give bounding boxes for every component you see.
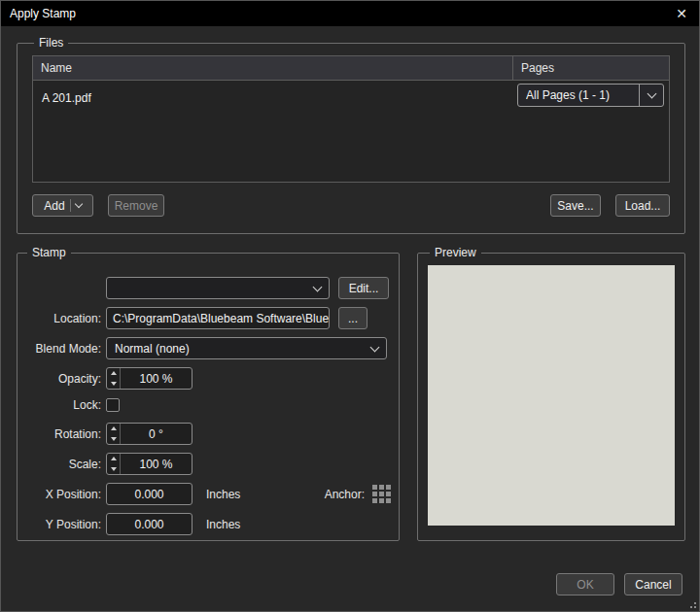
anchor-cell[interactable] xyxy=(379,492,384,496)
anchor-cell[interactable] xyxy=(379,485,384,490)
opacity-stepper[interactable]: 100 % xyxy=(106,367,192,390)
spin-down-icon[interactable] xyxy=(107,434,120,445)
close-icon[interactable]: ✕ xyxy=(664,6,699,21)
browse-button[interactable]: ... xyxy=(338,307,368,329)
add-button[interactable]: Add xyxy=(32,194,93,217)
column-header-name[interactable]: Name xyxy=(33,56,513,80)
scale-row: Scale: 100 % xyxy=(25,453,391,475)
spin-arrows xyxy=(107,368,121,389)
preview-area xyxy=(428,265,675,526)
resize-grip[interactable] xyxy=(687,599,697,609)
table-header: Name Pages xyxy=(33,56,669,81)
scale-stepper[interactable]: 100 % xyxy=(106,453,192,475)
preview-group-label: Preview xyxy=(430,246,481,259)
spin-up-icon[interactable] xyxy=(107,424,120,434)
stamp-select-row: Edit... xyxy=(25,277,391,299)
x-position-value: 0.000 xyxy=(134,488,163,501)
spin-down-icon[interactable] xyxy=(107,379,120,390)
chevron-down-icon xyxy=(74,200,82,208)
cancel-button[interactable]: Cancel xyxy=(624,573,682,595)
x-position-input[interactable]: 0.000 xyxy=(106,483,192,505)
edit-button[interactable]: Edit... xyxy=(338,277,389,299)
y-position-value: 0.000 xyxy=(134,518,163,531)
y-position-label: Y Position: xyxy=(25,518,101,531)
pages-cell: All Pages (1 - 1) xyxy=(513,81,669,107)
apply-stamp-dialog: Apply Stamp ✕ Files Name Pages A 201.pdf… xyxy=(0,0,700,612)
dialog-title: Apply Stamp xyxy=(1,7,664,20)
files-toolbar: Add Remove Save... Load... xyxy=(32,194,670,217)
stamp-group: Stamp Edit... Location: C:\ProgramData\B… xyxy=(17,246,400,541)
titlebar[interactable]: Apply Stamp ✕ xyxy=(1,1,699,26)
stamp-select[interactable] xyxy=(106,277,330,299)
scale-label: Scale: xyxy=(25,458,101,471)
x-units-label: Inches xyxy=(206,488,240,501)
save-button[interactable]: Save... xyxy=(550,194,601,217)
blend-mode-select[interactable]: Normal (none) xyxy=(106,337,387,359)
load-button[interactable]: Load... xyxy=(615,194,670,217)
anchor-cell[interactable] xyxy=(372,492,377,496)
file-name: A 201.pdf xyxy=(33,81,513,116)
preview-group: Preview xyxy=(417,246,685,541)
location-row: Location: C:\ProgramData\Bluebeam Softwa… xyxy=(25,307,391,329)
lock-label: Lock: xyxy=(25,398,101,412)
table-row[interactable]: A 201.pdf All Pages (1 - 1) xyxy=(33,81,669,116)
x-position-label: X Position: xyxy=(25,488,101,501)
chevron-down-icon xyxy=(305,278,329,298)
pages-select[interactable]: All Pages (1 - 1) xyxy=(517,84,664,107)
location-value: C:\ProgramData\Bluebeam Software\Blueb..… xyxy=(113,312,330,325)
blend-mode-value: Normal (none) xyxy=(115,342,363,356)
stamp-form: Edit... Location: C:\ProgramData\Bluebea… xyxy=(25,267,391,535)
rotation-row: Rotation: 0 ° xyxy=(25,423,391,445)
anchor-label: Anchor: xyxy=(325,488,365,501)
dialog-footer: OK Cancel xyxy=(556,573,682,595)
spin-up-icon[interactable] xyxy=(107,368,120,379)
add-button-divider xyxy=(70,199,71,212)
anchor-cell[interactable] xyxy=(379,498,384,503)
chevron-down-icon xyxy=(640,85,663,106)
y-position-input[interactable]: 0.000 xyxy=(106,513,192,535)
anchor-cell[interactable] xyxy=(386,498,391,503)
anchor-grid[interactable] xyxy=(372,485,391,503)
files-table: Name Pages A 201.pdf All Pages (1 - 1) xyxy=(32,55,670,183)
anchor-cell[interactable] xyxy=(372,485,377,490)
rotation-value: 0 ° xyxy=(121,424,192,444)
chevron-down-icon xyxy=(363,338,386,358)
spin-down-icon[interactable] xyxy=(107,464,120,475)
location-label: Location: xyxy=(25,312,101,325)
rotation-label: Rotation: xyxy=(25,427,101,441)
x-position-row: X Position: 0.000 Inches Anchor: xyxy=(25,483,391,505)
scale-value: 100 % xyxy=(121,454,192,474)
opacity-row: Opacity: 100 % xyxy=(25,367,391,390)
blend-mode-row: Blend Mode: Normal (none) xyxy=(25,337,391,359)
spin-arrows xyxy=(107,424,121,444)
opacity-value: 100 % xyxy=(121,368,192,389)
files-group: Files Name Pages A 201.pdf All Pages (1 … xyxy=(17,36,685,234)
spin-arrows xyxy=(107,454,121,474)
add-button-label: Add xyxy=(44,199,64,213)
pages-select-value: All Pages (1 - 1) xyxy=(526,88,639,102)
rotation-stepper[interactable]: 0 ° xyxy=(106,423,192,445)
anchor-cell[interactable] xyxy=(386,485,391,490)
files-group-label: Files xyxy=(34,36,68,50)
y-units-label: Inches xyxy=(206,518,240,531)
remove-button[interactable]: Remove xyxy=(108,194,164,217)
lock-row: Lock: xyxy=(25,397,391,413)
opacity-label: Opacity: xyxy=(25,372,101,386)
spin-up-icon[interactable] xyxy=(107,454,120,464)
column-header-pages[interactable]: Pages xyxy=(513,56,669,80)
stamp-group-label: Stamp xyxy=(27,246,71,259)
location-input[interactable]: C:\ProgramData\Bluebeam Software\Blueb..… xyxy=(106,307,330,329)
anchor-cell[interactable] xyxy=(386,492,391,496)
lock-checkbox[interactable] xyxy=(106,398,120,412)
anchor-cell[interactable] xyxy=(372,498,377,503)
blend-mode-label: Blend Mode: xyxy=(25,342,101,356)
y-position-row: Y Position: 0.000 Inches xyxy=(25,513,391,535)
ok-button[interactable]: OK xyxy=(556,573,614,595)
